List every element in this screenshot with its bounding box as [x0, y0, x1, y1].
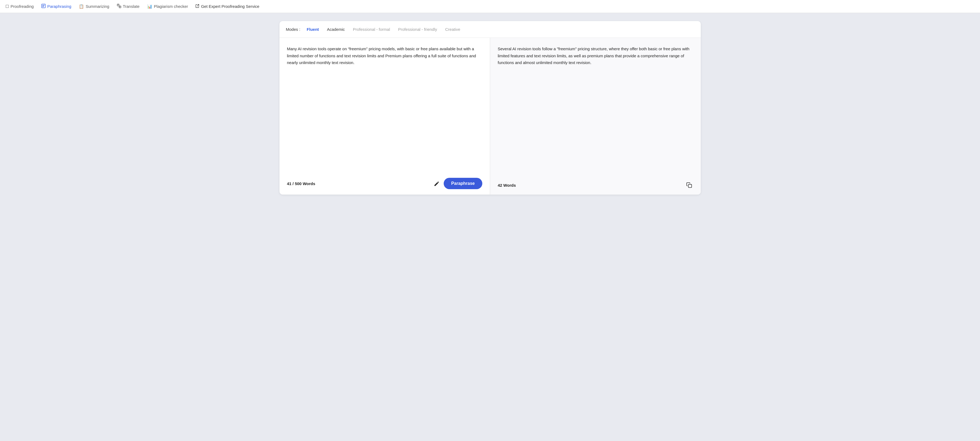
nav-expert-proofreading[interactable]: Get Expert Proofreading Service [196, 4, 259, 9]
modes-label: Modes : [286, 27, 300, 32]
translate-icon [117, 4, 121, 9]
modes-bar: Modes : Fluent Academic Professional - f… [280, 21, 701, 38]
content-area: Many AI revision tools operate on “freem… [280, 38, 701, 195]
mode-tab-fluent[interactable]: Fluent [304, 26, 322, 33]
copy-icon[interactable] [685, 181, 693, 189]
mode-tab-professional-friendly[interactable]: Professional - friendly [395, 26, 440, 33]
right-panel-footer: 42 Words [498, 176, 693, 195]
top-navigation: ☐ Proofreading Paraphrasing 📋 Summarizin… [0, 0, 980, 13]
mode-tab-creative[interactable]: Creative [442, 26, 464, 33]
eraser-icon[interactable] [433, 180, 441, 187]
footer-actions: Paraphrase [433, 178, 482, 189]
mode-tab-professional-formal[interactable]: Professional - formal [350, 26, 393, 33]
summarizing-icon: 📋 [79, 4, 84, 9]
output-text: Several AI revision tools follow a "free… [498, 45, 693, 176]
mode-tab-academic[interactable]: Academic [324, 26, 348, 33]
nav-translate-label: Translate [123, 4, 140, 9]
svg-rect-3 [688, 184, 692, 187]
input-text[interactable]: Many AI revision tools operate on “freem… [287, 45, 482, 173]
nav-plagiarism[interactable]: 📊 Plagiarism checker [147, 4, 188, 9]
plagiarism-icon: 📊 [147, 4, 152, 9]
main-card: Modes : Fluent Academic Professional - f… [280, 21, 701, 195]
nav-proofreading-label: Proofreading [11, 4, 34, 9]
right-panel: Several AI revision tools follow a "free… [490, 38, 701, 195]
word-count: 41 / 500 Words [287, 181, 315, 186]
external-link-icon [196, 4, 199, 9]
left-panel-footer: 41 / 500 Words Paraphrase [287, 173, 482, 195]
nav-plagiarism-label: Plagiarism checker [154, 4, 188, 9]
nav-proofreading[interactable]: ☐ Proofreading [5, 4, 34, 9]
paraphrasing-icon [41, 4, 46, 9]
nav-summarizing-label: Summarizing [86, 4, 109, 9]
output-word-count: 42 Words [498, 183, 516, 187]
nav-expert-label: Get Expert Proofreading Service [201, 4, 259, 9]
nav-paraphrasing[interactable]: Paraphrasing [41, 4, 71, 9]
proofreading-icon: ☐ [5, 4, 9, 9]
left-panel: Many AI revision tools operate on “freem… [280, 38, 490, 195]
nav-translate[interactable]: Translate [117, 4, 140, 9]
nav-paraphrasing-label: Paraphrasing [47, 4, 71, 9]
paraphrase-button[interactable]: Paraphrase [444, 178, 482, 189]
page-background: Modes : Fluent Academic Professional - f… [0, 13, 980, 439]
nav-summarizing[interactable]: 📋 Summarizing [79, 4, 109, 9]
